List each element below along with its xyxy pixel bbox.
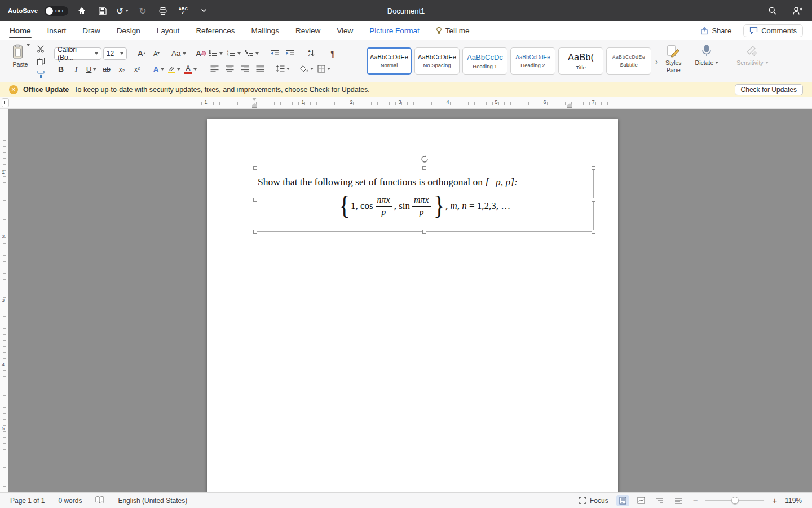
dictate-button[interactable]: Dictate xyxy=(692,42,722,80)
web-layout-view-button[interactable] xyxy=(635,495,648,506)
borders-button[interactable] xyxy=(316,63,332,75)
align-center-button[interactable] xyxy=(223,63,236,75)
align-right-button[interactable] xyxy=(238,63,251,75)
sensitivity-button[interactable]: Sensitivity xyxy=(734,42,771,80)
justify-button[interactable] xyxy=(253,63,267,75)
resize-handle[interactable] xyxy=(592,230,595,234)
draft-view-button[interactable] xyxy=(672,495,685,506)
resize-handle[interactable] xyxy=(592,166,595,170)
subscript-button[interactable]: x₂ xyxy=(115,64,129,75)
shrink-font-button[interactable]: A xyxy=(150,48,164,59)
format-painter-button[interactable] xyxy=(34,69,47,80)
tab-review[interactable]: Review xyxy=(295,23,321,38)
tab-insert[interactable]: Insert xyxy=(47,23,67,38)
clear-formatting-button[interactable]: A xyxy=(194,48,208,59)
left-indent-marker[interactable] xyxy=(252,103,257,108)
tab-mailings[interactable]: Mailings xyxy=(250,23,280,38)
share-button[interactable]: Share xyxy=(694,24,738,37)
style-no-spacing[interactable]: AaBbCcDdEe No Spacing xyxy=(414,47,460,75)
tab-references[interactable]: References xyxy=(195,23,235,38)
tab-design[interactable]: Design xyxy=(116,23,141,38)
resize-handle[interactable] xyxy=(253,166,257,170)
redo-button[interactable]: ↻ xyxy=(136,4,149,17)
superscript-button[interactable]: x² xyxy=(130,64,144,75)
paintbrush-icon xyxy=(37,70,45,79)
resize-handle[interactable] xyxy=(253,230,257,234)
home-icon[interactable] xyxy=(75,4,89,17)
undo-button[interactable]: ↺ xyxy=(116,4,129,17)
change-case-button[interactable]: Aa xyxy=(171,48,186,59)
check-for-updates-button[interactable]: Check for Updates xyxy=(735,84,803,95)
language-indicator[interactable]: English (United States) xyxy=(118,497,187,505)
highlight-button[interactable] xyxy=(167,64,182,75)
selected-equation-object[interactable]: Show that the following set of functions… xyxy=(255,168,594,232)
italic-button[interactable]: I xyxy=(69,64,83,75)
styles-pane-button[interactable]: StylesPane xyxy=(663,42,685,80)
line-spacing-button[interactable] xyxy=(275,63,291,75)
titlebar: AutoSave OFF ↺ ↻ ABC ✓ xyxy=(0,0,812,21)
zoom-out-button[interactable]: − xyxy=(693,496,698,505)
tab-picture-format[interactable]: Picture Format xyxy=(369,23,420,38)
style-normal[interactable]: AaBbCcDdEe Normal xyxy=(367,47,412,75)
notification-title: Office Update xyxy=(23,86,69,94)
proofing-status-icon[interactable] xyxy=(95,496,104,505)
comments-button[interactable]: Comments xyxy=(743,24,803,37)
zoom-slider[interactable] xyxy=(705,500,764,501)
tab-view[interactable]: View xyxy=(336,23,354,38)
tab-layout[interactable]: Layout xyxy=(156,23,180,38)
align-left-button[interactable] xyxy=(208,63,221,75)
save-icon[interactable] xyxy=(95,4,109,17)
underline-button[interactable]: U xyxy=(85,64,98,75)
grow-font-button[interactable]: A xyxy=(135,48,148,59)
resize-handle[interactable] xyxy=(422,230,426,234)
style-heading-1[interactable]: AaBbCcDc Heading 1 xyxy=(462,47,508,75)
cut-button[interactable] xyxy=(34,43,47,54)
font-name-select[interactable]: Calibri (Bo... xyxy=(54,47,102,60)
numbering-button[interactable]: 123 xyxy=(226,48,242,59)
tab-tell-me[interactable]: Tell me xyxy=(435,23,470,38)
print-icon[interactable] xyxy=(156,4,170,17)
tab-home[interactable]: Home xyxy=(9,23,32,38)
zoom-slider-knob[interactable] xyxy=(731,497,739,504)
show-paragraph-marks-button[interactable]: ¶ xyxy=(326,48,339,59)
increase-indent-button[interactable] xyxy=(283,48,297,59)
document-page[interactable]: Show that the following set of functions… xyxy=(207,119,618,492)
word-count[interactable]: 0 words xyxy=(58,497,82,505)
close-icon[interactable]: ✕ xyxy=(9,85,18,94)
sort-button[interactable]: AZ xyxy=(304,48,318,59)
strikethrough-button[interactable]: ab xyxy=(100,64,113,75)
tab-draw[interactable]: Draw xyxy=(82,23,101,38)
text-effects-button[interactable]: A xyxy=(152,64,165,75)
copy-button[interactable] xyxy=(34,56,47,67)
more-styles-chevron[interactable]: › xyxy=(654,56,659,66)
decrease-indent-button[interactable] xyxy=(268,48,281,59)
focus-toggle[interactable]: Focus xyxy=(579,497,608,505)
paste-button[interactable]: Paste xyxy=(8,42,33,80)
share-presence-icon[interactable] xyxy=(791,4,804,17)
style-title[interactable]: AaBb( Title xyxy=(558,47,603,75)
customize-toolbar-icon[interactable] xyxy=(197,4,210,17)
font-color-button[interactable]: A xyxy=(183,64,198,75)
first-line-indent-marker[interactable] xyxy=(252,98,257,101)
zoom-in-button[interactable]: + xyxy=(772,496,777,505)
resize-handle[interactable] xyxy=(422,166,426,170)
print-layout-view-button[interactable] xyxy=(616,495,629,506)
multilevel-list-button[interactable] xyxy=(244,48,260,59)
page-indicator[interactable]: Page 1 of 1 xyxy=(10,497,45,505)
search-icon[interactable] xyxy=(766,4,779,17)
rotate-handle[interactable] xyxy=(420,155,429,164)
style-heading-2[interactable]: AaBbCcDdEe Heading 2 xyxy=(510,47,555,75)
autosave-toggle[interactable]: OFF xyxy=(45,6,68,16)
chevron-down-icon xyxy=(125,10,129,12)
vertical-ruler: 1 2 3 4 5 xyxy=(0,109,8,492)
tab-stop-selector[interactable] xyxy=(2,98,9,107)
style-subtitle[interactable]: AaBbCcDdEe Subtitle xyxy=(606,47,651,75)
font-size-select[interactable]: 12 xyxy=(103,47,127,60)
zoom-level[interactable]: 119% xyxy=(785,497,802,505)
shading-button[interactable] xyxy=(299,63,315,75)
bullets-button[interactable] xyxy=(208,48,224,59)
spelling-grammar-icon[interactable]: ABC ✓ xyxy=(176,4,190,17)
right-indent-marker[interactable] xyxy=(567,103,572,108)
outline-view-button[interactable] xyxy=(654,495,667,506)
bold-button[interactable]: B xyxy=(54,64,68,75)
